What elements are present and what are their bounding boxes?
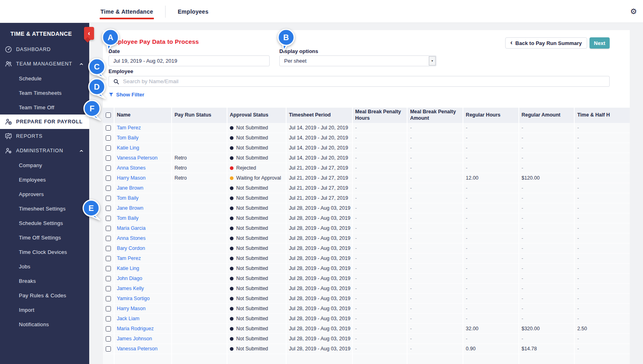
row-checkbox[interactable] xyxy=(106,216,111,221)
tab-time-attendance[interactable]: Time & Attendance xyxy=(100,0,154,23)
page-title: Employee Pay Data to Process xyxy=(109,38,199,45)
row-checkbox[interactable] xyxy=(106,286,111,291)
meal-break-penalty-amount-cell: - xyxy=(407,254,463,264)
select-all-checkbox[interactable] xyxy=(106,112,111,118)
regular-amount-cell: $14.78 xyxy=(518,344,574,354)
date-range-input[interactable]: Jul 19, 2019 - Aug 02, 2019 xyxy=(109,55,270,66)
employee-name-link[interactable]: Yamira Sortigo xyxy=(117,296,150,301)
employee-name-link[interactable]: Jane Brown xyxy=(117,205,143,211)
status-dot xyxy=(230,287,233,290)
sidebar-item-time-off-settings[interactable]: Time Off Settings xyxy=(0,230,89,245)
sidebar-item-team-timesheets[interactable]: Team Timesheets xyxy=(0,86,89,100)
row-checkbox[interactable] xyxy=(106,246,111,251)
employee-name-link[interactable]: Harry Mason xyxy=(117,306,146,311)
employee-name-link[interactable]: Tom Baily xyxy=(117,215,139,221)
sidebar-item-team-time-off[interactable]: Team Time Off xyxy=(0,100,89,115)
row-checkbox[interactable] xyxy=(106,186,111,191)
employee-name-link[interactable]: Maria Rodriguez xyxy=(117,326,154,331)
employee-name-link[interactable]: Anna Stones xyxy=(117,235,146,241)
sidebar-item-timesheet-settings[interactable]: Timesheet Settings xyxy=(0,201,89,216)
regular-hours-cell: - xyxy=(463,203,518,213)
employee-name-link[interactable]: Katie Ling xyxy=(117,266,139,271)
table-row: Jane BrownNot SubmittedJul 28, 2019 - Au… xyxy=(103,203,630,213)
row-checkbox[interactable] xyxy=(106,176,111,181)
approval-status-cell: Not Submitted xyxy=(227,314,286,324)
row-checkbox[interactable] xyxy=(106,125,111,131)
chevron-up-icon[interactable] xyxy=(79,149,84,153)
sidebar-item-label: DASHBOARD xyxy=(16,47,89,52)
table-header-row: NamePay Run StatusApproval StatusTimeshe… xyxy=(103,108,630,123)
chevron-up-icon[interactable] xyxy=(79,62,84,66)
chevron-down-icon[interactable]: ▾ xyxy=(429,56,436,65)
status-dot xyxy=(230,347,233,351)
row-checkbox[interactable] xyxy=(106,346,111,352)
sidebar-item-employees[interactable]: Employees xyxy=(0,172,89,187)
row-checkbox[interactable] xyxy=(106,226,111,231)
sidebar-item-company[interactable]: Company xyxy=(0,158,89,172)
sidebar-item-approvers[interactable]: Approvers xyxy=(0,187,89,201)
row-checkbox[interactable] xyxy=(106,145,111,151)
row-checkbox[interactable] xyxy=(106,306,111,311)
row-checkbox[interactable] xyxy=(106,196,111,201)
status-dot xyxy=(230,126,233,130)
employee-name-link[interactable]: Anna Stones xyxy=(117,165,146,171)
sidebar-item-import[interactable]: Import xyxy=(0,303,89,317)
employee-name-link[interactable]: Bary Cordon xyxy=(117,245,145,251)
employee-name-link[interactable]: Vanessa Peterson xyxy=(117,346,158,352)
regular-amount-cell: - xyxy=(518,163,574,173)
row-checkbox[interactable] xyxy=(106,326,111,331)
sidebar-item-reports[interactable]: REPORTS xyxy=(0,129,89,143)
tab-employees[interactable]: Employees xyxy=(177,0,209,23)
meal-break-penalty-amount-cell: - xyxy=(407,213,463,223)
row-checkbox[interactable] xyxy=(106,166,111,171)
sidebar-collapse-button[interactable]: ‹ xyxy=(84,27,94,40)
status-dot xyxy=(230,227,233,230)
row-checkbox[interactable] xyxy=(106,296,111,301)
sidebar-item-dashboard[interactable]: DASHBOARD xyxy=(0,42,89,57)
sidebar-item-time-clock-devices[interactable]: Time Clock Devices xyxy=(0,245,89,259)
employee-name-link[interactable]: Harry Mason xyxy=(117,175,146,181)
row-checkbox[interactable] xyxy=(106,276,111,281)
sidebar-item-prepare-for-payroll[interactable]: $PREPARE FOR PAYROLL xyxy=(0,115,89,129)
sidebar-item-schedule[interactable]: Schedule xyxy=(0,71,89,86)
employee-name-link[interactable]: Tom Baily xyxy=(117,135,139,141)
employee-name-link[interactable]: Katie Ling xyxy=(117,145,139,151)
display-options-select[interactable]: Per sheet ▾ xyxy=(279,55,436,66)
sidebar-item-notifications[interactable]: Notifications xyxy=(0,317,89,331)
employee-search-input[interactable]: Search by Name/Email xyxy=(109,76,610,87)
sidebar-item-schedule-settings[interactable]: Schedule Settings xyxy=(0,216,89,230)
employee-name-link[interactable]: Vanessa Peterson xyxy=(117,155,158,161)
employee-name-link[interactable]: John Diago xyxy=(117,276,142,281)
sidebar-item-pay-rules-and-codes[interactable]: Pay Rules & Codes xyxy=(0,288,89,303)
table-row: Harry MasonNot SubmittedJul 28, 2019 - A… xyxy=(103,304,630,314)
sidebar-item-team-management[interactable]: TEAM MANAGEMENT xyxy=(0,57,89,71)
row-checkbox[interactable] xyxy=(106,316,111,321)
row-checkbox[interactable] xyxy=(106,135,111,141)
employee-name-link[interactable]: Jane Brown xyxy=(117,185,143,191)
column-header-approval-status: Approval Status xyxy=(227,108,286,123)
timesheet-period-cell: Jul 28, 2019 - Aug 03, 2019 xyxy=(286,304,352,314)
employee-name-link[interactable]: James Kelly xyxy=(117,286,144,291)
row-checkbox[interactable] xyxy=(106,266,111,271)
row-checkbox[interactable] xyxy=(106,336,111,342)
employee-name-link[interactable]: Maria Garcia xyxy=(117,225,146,231)
sidebar-item-label: Breaks xyxy=(19,278,89,284)
row-checkbox[interactable] xyxy=(106,155,111,161)
gear-icon[interactable]: ⚙ xyxy=(630,0,637,23)
next-button[interactable]: Next xyxy=(590,37,610,49)
employee-name-link[interactable]: Jack Liam xyxy=(117,316,139,321)
sidebar-item-administration[interactable]: ADMINISTRATION xyxy=(0,143,89,158)
sidebar-item-jobs[interactable]: Jobs xyxy=(0,259,89,274)
sidebar-item-breaks[interactable]: Breaks xyxy=(0,274,89,288)
employee-name-link[interactable]: Tom Baily xyxy=(117,195,139,201)
employee-name-link[interactable]: Tam Perez xyxy=(117,125,141,131)
employee-name-link[interactable]: Tam Perez xyxy=(117,256,141,261)
back-to-pay-run-summary-button[interactable]: ‹ Back to Pay Run Summary xyxy=(505,37,587,49)
row-checkbox[interactable] xyxy=(106,256,111,261)
meal-break-penalty-amount-cell: - xyxy=(407,193,463,203)
row-checkbox[interactable] xyxy=(106,236,111,241)
show-filter-link[interactable]: Show Filter xyxy=(109,92,144,98)
row-checkbox[interactable] xyxy=(106,206,111,211)
meal-break-penalty-hours-cell: - xyxy=(352,274,407,284)
employee-name-link[interactable]: James Johnson xyxy=(117,336,152,342)
